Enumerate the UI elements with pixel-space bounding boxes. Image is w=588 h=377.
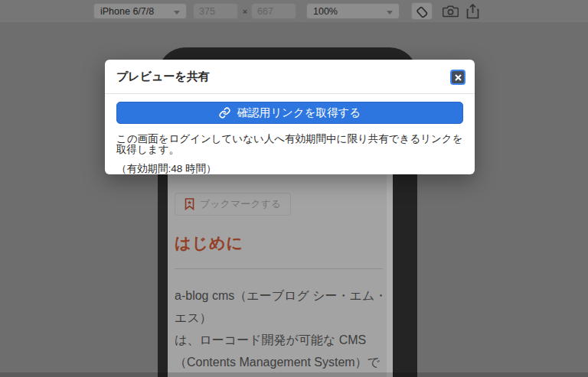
- rotate-device-button[interactable]: [411, 2, 433, 20]
- screenshot-camera-button[interactable]: [443, 5, 459, 18]
- share-preview-modal: プレビューを共有 確認用リンクを取得する この画面をログインしていない人へ有効期…: [105, 60, 475, 174]
- modal-header: プレビューを共有: [105, 60, 475, 94]
- device-select[interactable]: iPhone 6/7/8: [93, 3, 187, 19]
- share-description: この画面をログインしていない人へ有効期間中に限り共有できるリンクを取得します。: [116, 134, 463, 155]
- get-link-button[interactable]: 確認用リンクを取得する: [116, 102, 463, 124]
- validity-note: （有効期間:48 時間）: [116, 164, 463, 174]
- screenshot-camera-icon: [443, 5, 459, 18]
- chevron-down-icon: [387, 11, 393, 15]
- share-upload-icon: [466, 3, 479, 19]
- chevron-down-icon: [174, 11, 180, 15]
- close-icon: [455, 74, 462, 81]
- rotate-device-icon: [415, 5, 429, 18]
- close-button[interactable]: [452, 71, 464, 83]
- preview-toolbar: iPhone 6/7/8 375 × 667 100%: [0, 0, 588, 22]
- dimension-separator: ×: [240, 3, 250, 19]
- share-button[interactable]: [466, 3, 479, 19]
- height-value: 667: [257, 6, 273, 17]
- article-paragraph: a-blog cms（エーブログ シー・エム・エス） は、ローコード開発が可能な…: [175, 284, 390, 377]
- width-value: 375: [199, 6, 215, 17]
- zoom-select-value: 100%: [313, 6, 338, 17]
- bookmark-star-icon: [185, 198, 194, 210]
- get-link-button-label: 確認用リンクを取得する: [237, 106, 361, 120]
- bookmark-button[interactable]: ブックマークする: [175, 193, 291, 216]
- bookmark-button-label: ブックマークする: [200, 197, 281, 211]
- bottom-edge-strip: [0, 372, 588, 377]
- paragraph-line: a-blog cms（エーブログ シー・エム・エス）: [175, 284, 390, 329]
- device-select-value: iPhone 6/7/8: [100, 6, 154, 17]
- height-input[interactable]: 667: [251, 3, 296, 19]
- paragraph-line: は、ローコード開発が可能な CMS: [175, 329, 390, 351]
- width-input[interactable]: 375: [193, 3, 238, 19]
- section-divider: [175, 268, 383, 269]
- modal-title: プレビューを共有: [116, 70, 210, 84]
- modal-body: 確認用リンクを取得する この画面をログインしていない人へ有効期間中に限り共有でき…: [105, 94, 475, 174]
- zoom-select[interactable]: 100%: [306, 3, 400, 19]
- link-icon: [219, 107, 230, 119]
- article-heading: はじめに: [175, 232, 243, 254]
